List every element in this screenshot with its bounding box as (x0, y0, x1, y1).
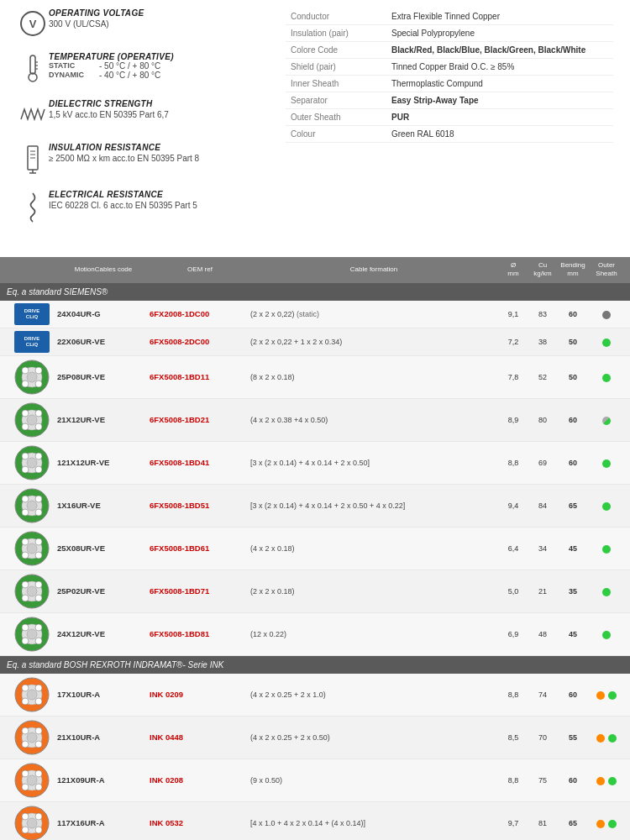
spec-right-label: Separator (286, 92, 386, 109)
cell-oem-ref: 6FX5008-1BD81 (150, 629, 250, 638)
cell-cable-formation: [3 x (2 x 0.14) + 4 x 0.14 + 2 x 0.50 + … (250, 501, 497, 510)
svg-point-78 (27, 775, 37, 785)
status-dot (608, 734, 617, 743)
status-dot (596, 777, 605, 785)
cell-bending: 45 (556, 630, 590, 638)
svg-point-75 (35, 741, 42, 748)
insulation-res-title: INSULATION RESISTANCE (49, 143, 269, 152)
electrical-res-title: ELECTRICAL RESISTANCE (49, 190, 269, 199)
svg-point-23 (22, 410, 29, 417)
status-dot (602, 502, 611, 511)
cell-diameter: 9,4 (497, 501, 529, 510)
insulation-res-value: ≥ 2500 MΩ x km acc.to EN 50395 Part 8 (49, 154, 269, 163)
svg-point-39 (22, 509, 29, 516)
cell-sheath-dot (590, 415, 623, 425)
cell-oem-ref: 6FX2008-1DC00 (150, 309, 250, 318)
spec-right-value: Thermoplastic Compund (386, 76, 613, 92)
cell-copper-weight: 74 (529, 690, 556, 699)
cell-image: DRIVECLiQ (7, 303, 57, 325)
svg-point-38 (35, 496, 42, 502)
cell-copper-weight: 81 (529, 819, 556, 827)
cell-bending: 60 (556, 459, 590, 467)
table-header: MotionCables code OEM ref Cable formatio… (0, 257, 630, 283)
spec-right-row: ColourGreen RAL 6018 (286, 126, 613, 143)
dielectric-icon (17, 99, 49, 128)
cell-oem-ref: 6FX5008-1BD71 (150, 586, 250, 596)
svg-point-30 (22, 453, 29, 459)
cell-bending: 60 (556, 690, 590, 699)
table-row: 121X12UR-VE 6FX5008-1BD41 [3 x (2 x 0.14… (0, 442, 630, 485)
dielectric-value: 1,5 kV acc.to EN 50395 Part 6,7 (49, 110, 269, 119)
spec-electrical-res: ELECTRICAL RESISTANCE IEC 60228 Cl. 6 ac… (17, 190, 269, 225)
table-row: 24X12UR-VE 6FX5008-1BD81 (12 x 0.22) 6,9… (0, 613, 630, 656)
spec-right-row: Colore CodeBlack/Red, Black/Blue, Black/… (286, 42, 613, 59)
cell-diameter: 6,4 (497, 544, 529, 553)
cell-copper-weight: 48 (529, 630, 556, 638)
table-row: 25P02UR-VE 6FX5008-1BD71 (2 x 2 x 0.18) … (0, 570, 630, 613)
cell-bending: 35 (556, 587, 590, 596)
specs-right-table: ConductorExtra Flexible Tinned CopperIns… (286, 8, 613, 143)
cell-motion-code: 117X16UR-A (57, 818, 150, 827)
cell-sheath-dot (590, 309, 623, 319)
dielectric-title: DIELECTRIC STRENGTH (49, 99, 269, 108)
cell-copper-weight: 69 (529, 459, 556, 467)
table-row: 121X09UR-A INK 0208 (9 x 0.50) 8,8 75 60 (0, 759, 630, 802)
voltage-value: 300 V (UL/CSA) (49, 19, 269, 29)
cell-oem-ref: 6FX5008-1BD61 (150, 543, 250, 553)
spec-right-value: Black/Red, Black/Blue, Black/Green, Blac… (386, 42, 613, 59)
cell-bending: 60 (556, 416, 590, 424)
cell-sheath-dot (590, 629, 623, 639)
svg-point-19 (35, 381, 42, 387)
status-dot (602, 631, 611, 639)
svg-point-15 (27, 372, 37, 382)
cell-bending: 50 (556, 373, 590, 381)
cell-image (7, 402, 57, 438)
cell-oem-ref: 6FX5008-1BD11 (150, 372, 250, 381)
cell-bending: 55 (556, 733, 590, 742)
cell-sheath-dot (590, 775, 623, 785)
svg-point-66 (35, 685, 42, 691)
spec-voltage: V OPERATING VOLTAGE 300 V (UL/CSA) (17, 8, 269, 37)
cell-cable-formation: (4 x 2 x 0.25 + 2 x 0.50) (250, 733, 497, 742)
cable-thumb: DRIVECLiQ (14, 303, 50, 325)
col-bend-header: Bendingmm (556, 261, 590, 279)
cell-copper-weight: 38 (529, 338, 556, 346)
cell-image (7, 573, 57, 610)
cell-cable-formation: (4 x 2 x 0.18) (250, 544, 497, 553)
cell-motion-code: 22X06UR-VE (57, 337, 150, 346)
svg-point-47 (35, 552, 42, 559)
temperature-dynamic: DYNAMIC - 40 °C / + 80 °C (49, 71, 269, 80)
insulation-res-icon (17, 143, 49, 175)
voltage-title: OPERATING VOLTAGE (49, 8, 269, 18)
cell-motion-code: 21X12UR-VE (57, 415, 150, 424)
svg-point-25 (22, 423, 29, 430)
cell-copper-weight: 80 (529, 416, 556, 424)
svg-point-45 (35, 538, 42, 545)
spec-right-value: Tinned Copper Braid O.C. ≥ 85% (386, 59, 613, 76)
status-dot (596, 691, 605, 700)
cell-diameter: 8,8 (497, 776, 529, 785)
status-dot (602, 588, 611, 596)
spec-right-label: Insulation (pair) (286, 25, 386, 42)
table-row: 21X12UR-VE 6FX5008-1BD21 (4 x 2 x 0.38 +… (0, 399, 630, 442)
status-dot (602, 417, 611, 425)
svg-point-67 (22, 698, 29, 705)
cell-diameter: 9,7 (497, 819, 529, 827)
spec-insulation-res: INSULATION RESISTANCE ≥ 2500 MΩ x km acc… (17, 143, 269, 175)
col-oem-header: OEM ref (150, 265, 250, 274)
status-dot (602, 545, 611, 554)
cell-bending: 45 (556, 544, 590, 553)
table-row: 21X10UR-A INK 0448 (4 x 2 x 0.25 + 2 x 0… (0, 717, 630, 759)
cell-sheath-dot (590, 372, 623, 382)
svg-point-65 (22, 685, 29, 691)
cell-cable-formation: (2 x 2 x 0,22) (static) (250, 310, 497, 318)
svg-point-43 (27, 543, 37, 554)
cell-diameter: 8,9 (497, 416, 529, 424)
cell-cable-formation: (9 x 0.50) (250, 776, 497, 785)
svg-point-53 (22, 595, 29, 601)
cell-oem-ref: INK 0209 (150, 690, 250, 699)
temperature-static: STATIC - 50 °C / + 80 °C (49, 61, 269, 71)
table-row: 25X08UR-VE 6FX5008-1BD61 (4 x 2 x 0.18) … (0, 528, 630, 570)
svg-point-74 (22, 741, 29, 748)
cell-bending: 50 (556, 338, 590, 346)
